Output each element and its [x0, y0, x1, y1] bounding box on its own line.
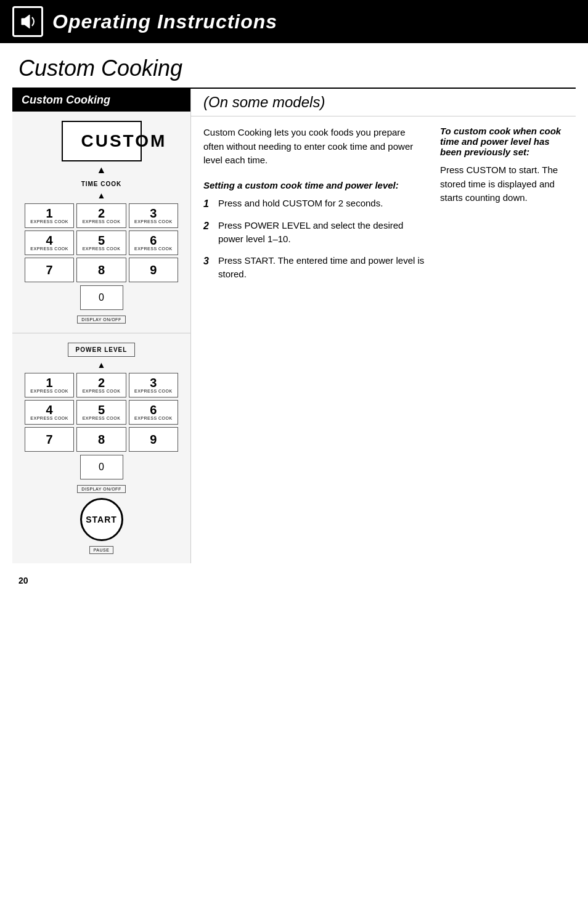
side-heading: To custom cook when cook time and power …	[440, 126, 563, 157]
pl-key-0[interactable]: 0	[80, 455, 123, 479]
speaker-icon	[18, 12, 37, 31]
display-on-off-label2[interactable]: DISPLAY ON/OFF	[77, 485, 125, 493]
power-level-arrow: ▲	[25, 360, 178, 370]
pl-key-5-label: EXPRESS COOK	[83, 416, 121, 421]
header-title: Operating Instructions	[52, 10, 277, 33]
right-main: Custom Cooking lets you cook foods you p…	[203, 126, 428, 289]
pl-key-4-number: 4	[46, 404, 53, 416]
pl-key-6[interactable]: 6 EXPRESS COOK	[129, 400, 178, 425]
key-8[interactable]: 8	[76, 258, 126, 282]
pl-key-3-number: 3	[150, 377, 157, 389]
pl-key-2-label: EXPRESS COOK	[83, 389, 121, 394]
power-level-label[interactable]: POWER LEVEL	[68, 343, 136, 357]
key-6-label: EXPRESS COOK	[134, 247, 173, 251]
power-level-keypad: 1 EXPRESS COOK 2 EXPRESS COOK 3 EXPRESS …	[25, 373, 178, 452]
steps-list: 1 Press and hold CUSTOM for 2 seconds. 2…	[203, 197, 428, 282]
key-zero-row: 0	[25, 285, 178, 310]
header-icon	[12, 6, 43, 37]
step-3-number: 3	[203, 254, 213, 282]
step-2-text: Press POWER LEVEL and select the desired…	[218, 219, 428, 247]
left-panel: Custom Cooking CUSTOM ▲ TIME COOK ▲ 1 EX…	[12, 89, 191, 563]
custom-arrow: ▲	[25, 165, 178, 176]
left-panel-heading: Custom Cooking	[22, 94, 181, 107]
pl-key-6-label: EXPRESS COOK	[134, 416, 173, 421]
step-1-number: 1	[203, 197, 213, 211]
side-text: Press CUSTOM to start. The stored time i…	[440, 163, 563, 205]
key-1-number: 1	[46, 207, 53, 219]
key-2[interactable]: 2 EXPRESS COOK	[76, 203, 126, 228]
key-7[interactable]: 7	[25, 258, 74, 282]
main-content: Custom Cooking CUSTOM ▲ TIME COOK ▲ 1 EX…	[12, 88, 576, 563]
pl-key-8[interactable]: 8	[76, 427, 126, 452]
pl-key-5-number: 5	[98, 404, 105, 416]
step-3: 3 Press START. The entered time and powe…	[203, 254, 428, 282]
pause-label-row: PAUSE	[25, 543, 178, 554]
time-cook-keypad: 1 EXPRESS COOK 2 EXPRESS COOK 3 EXPRESS …	[25, 203, 178, 282]
right-panel-header: (On some models)	[191, 89, 576, 116]
pause-label[interactable]: PAUSE	[89, 546, 114, 554]
key-3-label: EXPRESS COOK	[134, 219, 173, 224]
key-5-number: 5	[98, 234, 105, 247]
pl-key-2-number: 2	[98, 377, 105, 389]
display-label-row1: DISPLAY ON/OFF	[25, 312, 178, 324]
display-on-off-label1[interactable]: DISPLAY ON/OFF	[77, 316, 125, 324]
display-label-row2: DISPLAY ON/OFF	[25, 482, 178, 493]
pl-key-1[interactable]: 1 EXPRESS COOK	[25, 373, 74, 397]
pl-key-4[interactable]: 4 EXPRESS COOK	[25, 400, 74, 425]
start-button[interactable]: START	[80, 498, 123, 541]
right-panel: (On some models) Custom Cooking lets you…	[191, 89, 576, 563]
key-9[interactable]: 9	[129, 258, 178, 282]
right-content: Custom Cooking lets you cook foods you p…	[191, 116, 576, 298]
key-3-number: 3	[150, 207, 157, 219]
pl-key-zero-row: 0	[25, 455, 178, 479]
header: Operating Instructions	[0, 0, 588, 43]
key-5-label: EXPRESS COOK	[83, 247, 121, 251]
pl-key-4-label: EXPRESS COOK	[30, 416, 68, 421]
key-5[interactable]: 5 EXPRESS COOK	[76, 230, 126, 255]
key-2-number: 2	[98, 207, 105, 219]
key-0-number: 0	[99, 292, 104, 303]
key-4-number: 4	[46, 234, 53, 247]
pl-key-9-number: 9	[150, 433, 157, 446]
power-level-wrapper: POWER LEVEL	[25, 343, 178, 357]
key-6[interactable]: 6 EXPRESS COOK	[129, 230, 178, 255]
key-4-label: EXPRESS COOK	[30, 247, 68, 251]
pl-key-9[interactable]: 9	[129, 427, 178, 452]
key-4[interactable]: 4 EXPRESS COOK	[25, 230, 74, 255]
pl-key-1-label: EXPRESS COOK	[30, 389, 68, 394]
key-2-label: EXPRESS COOK	[83, 219, 121, 224]
pl-key-7[interactable]: 7	[25, 427, 74, 452]
time-cook-label: TIME COOK	[25, 181, 178, 187]
custom-button-section: CUSTOM ▲ TIME COOK ▲ 1 EXPRESS COOK 2 EX…	[12, 112, 190, 333]
pl-key-7-number: 7	[46, 433, 53, 446]
right-panel-heading: (On some models)	[203, 94, 563, 111]
key-7-number: 7	[46, 264, 53, 276]
left-panel-header: Custom Cooking	[12, 89, 190, 112]
page-title: Custom Cooking	[0, 43, 588, 88]
key-1[interactable]: 1 EXPRESS COOK	[25, 203, 74, 228]
key-9-number: 9	[150, 264, 157, 276]
step-1: 1 Press and hold CUSTOM for 2 seconds.	[203, 197, 428, 211]
pl-key-3-label: EXPRESS COOK	[134, 389, 173, 394]
key-1-label: EXPRESS COOK	[30, 219, 68, 224]
key-0[interactable]: 0	[80, 285, 123, 310]
section1-heading: Setting a custom cook time and power lev…	[203, 180, 428, 190]
pl-key-1-number: 1	[46, 377, 53, 389]
time-cook-arrow: ▲	[25, 190, 178, 200]
pl-key-2[interactable]: 2 EXPRESS COOK	[76, 373, 126, 397]
pl-key-3[interactable]: 3 EXPRESS COOK	[129, 373, 178, 397]
pl-key-5[interactable]: 5 EXPRESS COOK	[76, 400, 126, 425]
pl-key-6-number: 6	[150, 404, 157, 416]
step-1-text: Press and hold CUSTOM for 2 seconds.	[218, 197, 383, 211]
key-8-number: 8	[98, 264, 105, 276]
key-3[interactable]: 3 EXPRESS COOK	[129, 203, 178, 228]
right-side: To custom cook when cook time and power …	[440, 126, 563, 289]
custom-button[interactable]: CUSTOM	[62, 121, 142, 161]
pl-key-0-number: 0	[99, 462, 104, 473]
intro-text: Custom Cooking lets you cook foods you p…	[203, 126, 428, 168]
pl-key-8-number: 8	[98, 433, 105, 446]
key-6-number: 6	[150, 234, 157, 247]
step-2-number: 2	[203, 219, 213, 247]
step-3-text: Press START. The entered time and power …	[218, 254, 428, 282]
step-2: 2 Press POWER LEVEL and select the desir…	[203, 219, 428, 247]
